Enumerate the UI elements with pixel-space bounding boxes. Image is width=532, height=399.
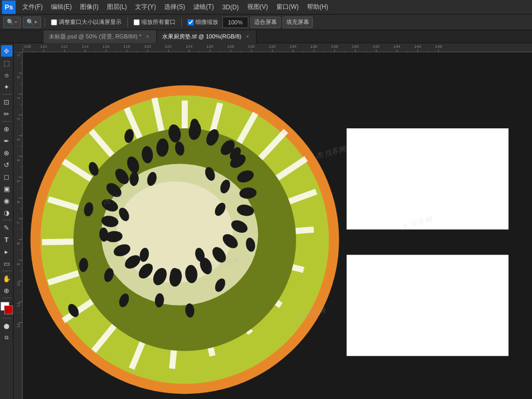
svg-text:12: 12: [16, 323, 21, 328]
brush-tool[interactable]: ✒: [1, 135, 12, 147]
gradient-tool[interactable]: ▣: [1, 183, 12, 194]
svg-text:2: 2: [16, 117, 21, 120]
menu-select[interactable]: 选择(S): [161, 2, 189, 12]
menu-image[interactable]: 图像(I): [76, 2, 102, 12]
svg-rect-2: [347, 128, 509, 230]
magic-wand-tool[interactable]: ✦: [1, 81, 12, 92]
options-bar: 🔍− 🔍+ 调整窗口大小以满屏显示 缩放所有窗口 细微缩放 适合屏幕 填充屏幕: [0, 15, 532, 30]
svg-text:108: 108: [24, 44, 31, 49]
healing-tool[interactable]: ⊕: [1, 123, 12, 135]
svg-text:138: 138: [331, 44, 338, 49]
tab-close-2[interactable]: ×: [244, 33, 251, 40]
clone-tool[interactable]: ⊗: [1, 147, 12, 158]
svg-text:136: 136: [310, 44, 317, 49]
svg-text:124: 124: [185, 44, 193, 49]
svg-text:8: 8: [16, 242, 21, 245]
quick-mask-btn[interactable]: ⬤: [1, 320, 12, 331]
divider2: [127, 18, 128, 27]
svg-rect-3: [347, 230, 509, 255]
screen-mode-btn[interactable]: ⧉: [1, 332, 12, 343]
svg-text:0: 0: [16, 76, 21, 78]
pen-tool[interactable]: ✎: [1, 222, 12, 233]
menu-filter[interactable]: 滤镜(T): [190, 2, 217, 12]
blur-tool[interactable]: ◉: [1, 195, 12, 206]
eraser-tool[interactable]: ◻: [1, 171, 12, 182]
main-area: ✥ ⬚ ⌾ ✦ ⊡ ✏ ⊕ ✒ ⊗ ↺ ◻ ▣ ◉ ◑ ✎ T ▸ ▭ ✋ ⊕ …: [0, 43, 532, 399]
zoom-input[interactable]: [222, 17, 248, 28]
ps-logo: Ps: [2, 1, 16, 14]
svg-text:134: 134: [289, 44, 297, 49]
svg-text:5: 5: [16, 180, 21, 182]
menu-help[interactable]: 帮助(H): [303, 2, 332, 12]
fit-screen-btn[interactable]: 适合屏幕: [250, 17, 281, 28]
menu-layer[interactable]: 图层(L): [103, 2, 131, 12]
svg-text:148: 148: [435, 44, 442, 49]
ruler-h-svg: 108 110 112 114 116 118 120 122 124 126 …: [23, 43, 532, 52]
svg-text:112: 112: [61, 44, 68, 49]
shape-tool[interactable]: ▭: [1, 258, 12, 269]
tab-close-1[interactable]: ×: [144, 33, 151, 40]
svg-text:9: 9: [16, 263, 21, 265]
zoom-all-windows-checkbox[interactable]: 缩放所有窗口: [134, 18, 176, 26]
menu-type[interactable]: 文字(Y): [131, 2, 159, 12]
lasso-tool[interactable]: ⌾: [1, 69, 12, 81]
menu-bar: Ps 文件(F) 编辑(E) 图像(I) 图层(L) 文字(Y) 选择(S) 滤…: [0, 0, 532, 15]
zoom-out-btn[interactable]: 🔍−: [3, 17, 21, 28]
svg-text:120: 120: [144, 44, 151, 49]
tab-untitled[interactable]: 未标题.psd @ 50% (背景, RGB/8#) * ×: [44, 30, 157, 43]
svg-text:4: 4: [16, 159, 21, 162]
hand-tool[interactable]: ✋: [1, 273, 12, 284]
fill-screen-btn[interactable]: 填充屏幕: [283, 17, 313, 28]
menu-edit[interactable]: 编辑(E): [47, 2, 75, 12]
svg-text:118: 118: [123, 44, 130, 49]
tools-panel: ✥ ⬚ ⌾ ✦ ⊡ ✏ ⊕ ✒ ⊗ ↺ ◻ ▣ ◉ ◑ ✎ T ▸ ▭ ✋ ⊕ …: [0, 43, 14, 399]
crop-tool[interactable]: ⊡: [1, 96, 12, 108]
svg-text:-1: -1: [16, 54, 21, 58]
canvas-content: 杰 找客网 杰 找客网 杰 找客网 杰 找客网 杰 找客网: [23, 52, 532, 399]
background-color[interactable]: [4, 305, 13, 314]
svg-text:146: 146: [414, 44, 421, 49]
svg-text:114: 114: [82, 44, 89, 49]
menu-view[interactable]: 视图(V): [244, 2, 272, 12]
move-tool[interactable]: ✥: [1, 45, 12, 57]
svg-text:126: 126: [206, 44, 214, 49]
svg-point-67: [170, 268, 179, 282]
svg-text:1: 1: [16, 97, 21, 99]
tab-bar: 未标题.psd @ 50% (背景, RGB/8#) * × 水果厨房垫.tif…: [0, 30, 532, 43]
path-select-tool[interactable]: ▸: [1, 246, 12, 257]
svg-text:3: 3: [16, 138, 21, 141]
svg-text:122: 122: [165, 44, 172, 49]
svg-text:7: 7: [16, 221, 21, 224]
divider1: [45, 18, 45, 27]
dodge-tool[interactable]: ◑: [1, 207, 12, 218]
color-swatches[interactable]: [1, 302, 13, 314]
tool-sep5: [2, 298, 11, 298]
ruler-v-svg: -1 0 1 2 3 4 5 6 7 8 9 10 11 12: [14, 52, 23, 399]
ruler-corner: [14, 43, 23, 52]
canvas-area: 杰 找客网 杰 找客网 杰 找客网 杰 找客网 杰 找客网 108 110 11…: [14, 43, 532, 399]
scrubby-zoom-checkbox[interactable]: 细微缩放: [188, 18, 218, 26]
tool-sep6: [2, 318, 11, 318]
tool-sep1: [2, 94, 11, 95]
svg-rect-4: [347, 255, 509, 356]
svg-text:116: 116: [102, 44, 110, 49]
svg-text:6: 6: [16, 201, 21, 203]
menu-file[interactable]: 文件(F): [19, 2, 46, 12]
resize-window-checkbox[interactable]: 调整窗口大小以满屏显示: [51, 18, 122, 26]
zoom-tool[interactable]: ⊕: [1, 285, 12, 296]
kiwi-illustration: 杰 找客网 杰 找客网 杰 找客网 杰 找客网 杰 找客网: [23, 52, 532, 399]
menu-window[interactable]: 窗口(W): [273, 2, 302, 12]
zoom-in-btn[interactable]: 🔍+: [23, 17, 41, 28]
svg-text:142: 142: [373, 44, 380, 49]
eyedropper-tool[interactable]: ✏: [1, 108, 12, 119]
history-brush-tool[interactable]: ↺: [1, 159, 12, 170]
select-rect-tool[interactable]: ⬚: [1, 57, 12, 69]
svg-text:130: 130: [248, 44, 255, 49]
menu-3d[interactable]: 3D(D): [219, 3, 243, 12]
text-tool[interactable]: T: [1, 234, 12, 245]
tab-kiwi[interactable]: 水果厨房垫.tif @ 100%(RGB/8) ×: [157, 30, 257, 43]
svg-text:128: 128: [227, 44, 234, 49]
tool-sep4: [2, 271, 11, 271]
svg-text:144: 144: [393, 44, 401, 49]
tool-sep2: [2, 121, 11, 122]
